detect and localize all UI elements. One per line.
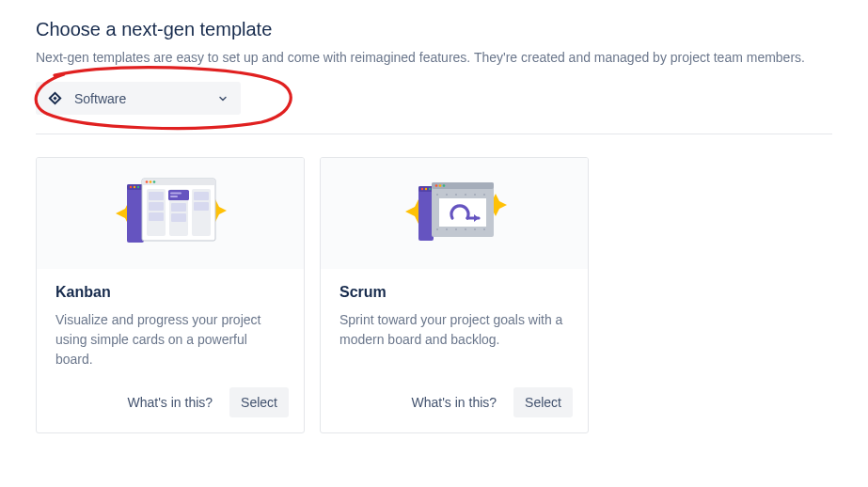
svg-point-44 [483, 228, 485, 230]
svg-point-33 [436, 194, 438, 196]
svg-rect-13 [149, 192, 164, 200]
category-dropdown[interactable]: Software [36, 82, 241, 115]
svg-point-7 [146, 181, 149, 183]
svg-point-2 [130, 186, 132, 188]
svg-point-41 [455, 228, 457, 230]
svg-point-37 [474, 194, 476, 196]
svg-point-32 [443, 184, 446, 187]
svg-point-43 [474, 228, 476, 230]
svg-point-4 [137, 186, 139, 188]
template-card-scrum: Scrum Sprint toward your project goals w… [320, 157, 589, 433]
template-description: Visualize and progress your project usin… [55, 310, 285, 369]
svg-point-42 [465, 228, 466, 230]
page-title: Choose a next-gen template [36, 19, 832, 40]
svg-point-30 [435, 184, 438, 187]
svg-point-31 [439, 184, 442, 187]
svg-rect-0 [127, 184, 144, 243]
svg-point-39 [436, 228, 438, 230]
svg-point-9 [153, 181, 156, 183]
select-button[interactable]: Select [229, 387, 289, 417]
svg-point-25 [421, 188, 423, 190]
svg-rect-16 [168, 190, 189, 200]
category-dropdown-label: Software [74, 91, 216, 106]
svg-rect-17 [170, 193, 181, 195]
select-button[interactable]: Select [513, 387, 573, 417]
svg-rect-45 [439, 198, 486, 227]
svg-rect-22 [194, 202, 209, 211]
divider [36, 134, 832, 134]
svg-rect-6 [142, 179, 215, 185]
svg-point-27 [429, 188, 431, 190]
whats-in-this-button[interactable]: What's in this? [118, 387, 222, 417]
whats-in-this-button[interactable]: What's in this? [402, 387, 506, 417]
svg-point-34 [446, 194, 448, 196]
svg-point-40 [446, 228, 448, 230]
svg-rect-15 [149, 212, 164, 221]
svg-rect-20 [171, 213, 186, 222]
template-title: Kanban [55, 284, 285, 301]
svg-point-36 [465, 194, 466, 196]
software-diamond-icon [47, 90, 63, 106]
template-illustration-scrum [321, 158, 588, 269]
svg-rect-14 [149, 202, 164, 211]
svg-rect-18 [170, 196, 178, 197]
svg-rect-21 [194, 192, 209, 200]
svg-rect-19 [171, 203, 186, 212]
svg-rect-23 [418, 186, 434, 241]
template-title: Scrum [339, 284, 569, 301]
template-description: Sprint toward your project goals with a … [339, 310, 569, 350]
svg-point-38 [483, 194, 485, 196]
svg-point-26 [425, 188, 427, 190]
svg-point-35 [455, 194, 457, 196]
template-illustration-kanban [37, 158, 304, 269]
chevron-down-icon [216, 92, 229, 105]
svg-point-8 [150, 181, 152, 183]
template-card-kanban: Kanban Visualize and progress your proje… [36, 157, 305, 433]
page-subtitle: Next-gen templates are easy to set up an… [36, 50, 832, 65]
svg-point-3 [134, 186, 135, 188]
template-list: Kanban Visualize and progress your proje… [36, 157, 832, 433]
